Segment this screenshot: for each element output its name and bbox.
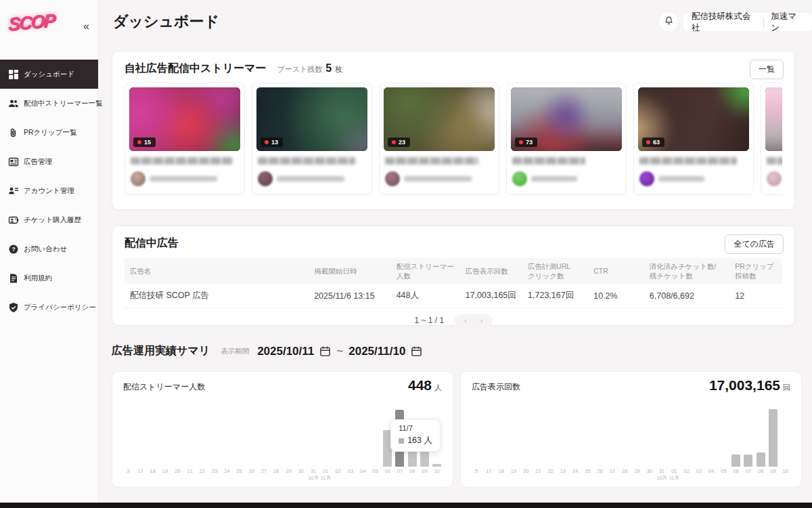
live-dot-icon [519, 140, 523, 144]
x-axis-tick-label: 19 [508, 468, 520, 474]
pagination-nav: ‹ › [455, 314, 492, 326]
chart-bar[interactable] [420, 451, 429, 467]
x-axis-tick-label: 01 [668, 468, 680, 474]
next-page-icon[interactable]: › [480, 316, 483, 324]
chart-slot [532, 402, 544, 467]
x-axis-month-label [717, 475, 729, 482]
account-menu[interactable]: 配信技研株式会社 加速マン [683, 13, 812, 31]
x-axis-tick-label: 09 [418, 468, 430, 474]
notifications-button[interactable] [659, 12, 678, 31]
streamer-card[interactable] [761, 83, 782, 195]
ad-impressions-chart-card: 広告表示回数 17,003,165 回 51718192021222324252… [460, 371, 802, 488]
chart-slot [581, 402, 593, 467]
chart-slot [482, 402, 495, 467]
x-axis-tick-label: 19 [159, 468, 171, 474]
viewer-count-badge: 63 [642, 137, 664, 147]
chart-total: 17,003,165 回 [709, 377, 790, 394]
live-dot-icon [265, 140, 269, 144]
chart-bar[interactable] [769, 409, 777, 467]
x-axis-month-label [344, 475, 357, 482]
pagination: 1 ~ 1 / 1 ‹ › [112, 314, 794, 326]
total-value: 448 [408, 377, 432, 394]
x-axis-month-label [122, 475, 134, 482]
streamer-card[interactable]: 73 [506, 83, 627, 195]
x-axis-month-label [369, 475, 381, 482]
table-column-header: CTR [588, 258, 644, 284]
date-from[interactable]: 2025/10/11 [257, 345, 314, 358]
table-column-header: 掲載開始日時 [309, 258, 391, 284]
calendar-icon[interactable] [411, 345, 422, 357]
chart-bar[interactable] [432, 464, 441, 467]
sidebar-item-ticket-history[interactable]: チケット購入履歴 [0, 205, 98, 234]
x-axis-tick-label: 03 [344, 468, 357, 474]
date-to[interactable]: 2025/11/10 [348, 345, 405, 358]
prev-page-icon[interactable]: ‹ [464, 316, 467, 324]
avatar [385, 171, 400, 186]
summary-header: 広告運用実績サマリ 表示期間 2025/10/11 ~ 2025/11/10 [112, 344, 422, 358]
chart-slot [618, 402, 631, 467]
blurred-username [150, 176, 217, 182]
x-axis-month-label [208, 475, 221, 482]
streamer-card[interactable]: 15 [125, 83, 245, 195]
chart-slot [717, 402, 729, 467]
streamers-panel: 自社広告配信中ストリーマー ブースト残数 5 枚 一覧 15 [112, 51, 795, 210]
x-axis-tick-label: 30 [644, 468, 656, 474]
chart-slot [545, 402, 557, 467]
x-axis-month-label [171, 475, 183, 482]
sidebar-item-pr-clips[interactable]: PRクリップ一覧 [0, 118, 98, 147]
all-ads-button[interactable]: 全ての広告 [725, 234, 784, 254]
chart-slot [742, 402, 754, 467]
x-axis-month-label [134, 475, 146, 482]
x-axis-month-label [332, 475, 344, 482]
table-cell: 6,708/6,692 [644, 284, 729, 308]
tooltip-date: 11/7 [399, 424, 432, 432]
x-axis-month-label [508, 475, 520, 482]
sidebar-item-ad-management[interactable]: 広告管理 [0, 147, 98, 176]
chart-slot [183, 402, 196, 467]
table-cell: 2025/11/6 13:15 [309, 284, 391, 308]
sidebar-item-privacy[interactable]: プライバシーポリシー [0, 293, 98, 322]
x-axis-month-label [532, 475, 544, 482]
sidebar-item-label: 利用規約 [24, 274, 52, 283]
chart-bar[interactable] [757, 452, 765, 467]
sidebar-collapse-icon[interactable]: « [83, 20, 89, 33]
x-axis-tick-label: 25 [581, 468, 593, 474]
chart-slot [159, 402, 171, 467]
sidebar-item-account[interactable]: アカウント管理 [0, 176, 98, 205]
table-row[interactable]: 配信技研 SCOP 広告2025/11/6 13:15448人17,003,16… [125, 284, 782, 308]
chart-month-labels: 10月11月 [470, 475, 792, 482]
dashboard-icon [8, 69, 19, 80]
viewer-count: 63 [653, 139, 660, 146]
calendar-icon[interactable] [319, 345, 331, 357]
x-axis-month-label [233, 475, 245, 482]
viewer-count-badge: 15 [133, 137, 156, 147]
sidebar-item-contact[interactable]: ? お問い合わせ [0, 234, 98, 263]
x-axis-tick-label: 26 [594, 468, 606, 474]
streamer-card[interactable]: 63 [633, 83, 754, 195]
streamer-card[interactable]: 13 [252, 83, 372, 195]
sidebar-item-dashboard[interactable]: ダッシュボード [0, 60, 98, 89]
chart-bar[interactable] [731, 454, 740, 467]
table-column-header: 配信ストリーマー人数 [391, 258, 460, 284]
viewer-count-badge: 73 [515, 137, 537, 147]
sidebar-item-label: お問い合わせ [24, 245, 67, 254]
x-axis-tick-label: 29 [631, 468, 643, 474]
table-column-header: 広告表示回数 [460, 258, 522, 284]
chart-title: 広告表示回数 [472, 381, 520, 393]
blurred-stream-title [385, 157, 478, 165]
tooltip-value: 163 人 [407, 435, 432, 446]
bar-chart: 5171819202122232425262728293031010203040… [470, 402, 792, 482]
x-axis-month-label [258, 475, 270, 482]
x-axis-tick-label: 08 [406, 468, 418, 474]
x-axis-tick-label: 28 [270, 468, 282, 474]
stream-thumbnail: 63 [638, 87, 749, 151]
table-column-header: PRクリップ 投稿数 [729, 258, 782, 284]
streamers-list-button[interactable]: 一覧 [750, 60, 784, 79]
sidebar-item-terms[interactable]: 利用規約 [0, 263, 98, 293]
chart-slot [270, 402, 282, 467]
chart-slot [754, 402, 767, 467]
viewer-count: 23 [399, 139, 405, 146]
sidebar-item-streamers[interactable]: 配信中ストリーマー一覧 [0, 89, 98, 118]
chart-bar[interactable] [744, 454, 752, 467]
streamer-card[interactable]: 23 [379, 83, 499, 195]
